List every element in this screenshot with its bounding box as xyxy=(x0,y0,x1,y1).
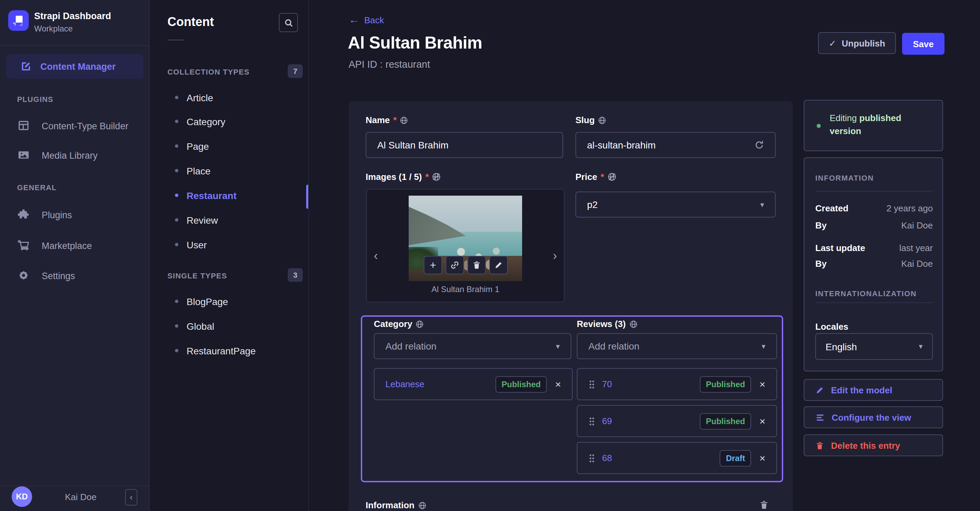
save-button[interactable]: Save xyxy=(902,33,945,55)
gear-icon xyxy=(18,270,29,281)
collapse-sidebar-button[interactable]: ‹ xyxy=(125,489,137,506)
image-caption: Al Sultan Brahim 1 xyxy=(367,284,564,294)
status-badge: Published xyxy=(700,413,751,429)
chevron-down-icon: ▾ xyxy=(919,342,923,351)
nav-section-plugins: PLUGINS xyxy=(17,95,53,103)
subnav-item-global[interactable]: Global xyxy=(150,318,308,337)
sidebar-item-content-type-builder[interactable]: Content-Type Builder xyxy=(0,116,150,136)
check-icon: ✓ xyxy=(829,38,837,48)
subnav-item-restaurantpage[interactable]: RestaurantPage xyxy=(150,342,308,361)
sidebar-item-marketplace[interactable]: Marketplace xyxy=(0,235,150,256)
chevron-left-icon: ‹ xyxy=(130,492,132,502)
puzzle-icon xyxy=(18,209,29,220)
price-select[interactable]: p2 ▾ xyxy=(576,192,776,217)
subnav-item-article[interactable]: Article xyxy=(150,89,308,108)
carousel-prev-button[interactable]: ‹ xyxy=(374,250,378,262)
chevron-down-icon: ▾ xyxy=(760,200,764,209)
api-id-label: API ID : restaurant xyxy=(348,59,430,70)
active-item-indicator xyxy=(306,185,308,209)
collection-types-header: COLLECTION TYPES xyxy=(167,68,250,76)
information-field-label: Information xyxy=(366,500,426,510)
sidebar-item-label: Content Manager xyxy=(40,62,116,72)
app-title: Strapi Dashboard xyxy=(34,11,111,21)
internationalization-header: INTERNATIONALIZATION xyxy=(815,289,916,297)
globe-icon xyxy=(400,116,408,124)
subnav-item-page[interactable]: Page xyxy=(150,137,308,156)
copy-link-button[interactable] xyxy=(445,256,464,274)
bullet-icon xyxy=(175,218,178,222)
status-badge: Draft xyxy=(720,450,751,466)
subnav-item-blogpage[interactable]: BlogPage xyxy=(150,293,308,312)
delete-component-button[interactable] xyxy=(759,500,769,509)
back-link[interactable]: ← Back xyxy=(348,14,384,25)
divider xyxy=(0,45,150,46)
carousel-next-button[interactable]: › xyxy=(553,250,557,262)
workspace-label: Workplace xyxy=(34,24,73,34)
back-arrow-icon: ← xyxy=(348,14,360,25)
bullet-icon xyxy=(175,193,178,197)
divider xyxy=(167,40,184,40)
locale-select[interactable]: English ▾ xyxy=(815,333,933,360)
slug-input[interactable]: al-sultan-brahim xyxy=(576,132,776,158)
information-panel-header: INFORMATION xyxy=(815,174,874,182)
search-button[interactable] xyxy=(279,13,298,32)
review-relation-item: 69 Published × xyxy=(577,405,777,437)
globe-icon xyxy=(418,501,426,509)
category-add-relation-select[interactable]: Add relation ▾ xyxy=(374,333,571,359)
review-relation-item: 68 Draft × xyxy=(577,442,777,474)
remove-relation-button[interactable]: × xyxy=(759,379,765,389)
strapi-logo-icon xyxy=(8,10,29,31)
drag-handle-icon[interactable] xyxy=(589,453,595,463)
sidebar-item-content-manager[interactable]: Content Manager xyxy=(6,54,143,79)
editing-status-text: Editing published version xyxy=(830,112,934,137)
sidebar-item-label: Media Library xyxy=(42,150,98,161)
content-subnav: Content COLLECTION TYPES 7 Article Categ… xyxy=(150,0,309,511)
edit-image-button[interactable] xyxy=(489,256,508,274)
edit-form-card: Name* Al Sultan Brahim Slug al-sultan-br… xyxy=(348,101,793,511)
remove-relation-button[interactable]: × xyxy=(759,416,765,426)
delete-entry-button[interactable]: Delete this entry xyxy=(804,434,943,456)
bullet-icon xyxy=(175,324,178,328)
subnav-item-category[interactable]: Category xyxy=(150,113,308,132)
relation-link[interactable]: Lebanese xyxy=(385,379,425,389)
unpublish-button[interactable]: ✓ Unpublish xyxy=(818,32,896,54)
subnav-item-review[interactable]: Review xyxy=(150,211,308,230)
edit-model-button[interactable]: Edit the model xyxy=(804,379,943,401)
sidebar-item-plugins[interactable]: Plugins xyxy=(0,204,150,225)
status-badge: Published xyxy=(700,376,751,392)
subnav-item-user[interactable]: User xyxy=(150,236,308,255)
sidebar-item-media-library[interactable]: Media Library xyxy=(0,145,150,166)
images-field-label: Images (1 / 5)* xyxy=(366,172,441,182)
relation-link[interactable]: 69 xyxy=(602,416,612,426)
reviews-add-relation-select[interactable]: Add relation ▾ xyxy=(577,333,777,359)
sidebar-item-settings[interactable]: Settings xyxy=(0,265,150,286)
cart-icon xyxy=(18,240,29,251)
delete-image-button[interactable] xyxy=(468,256,486,274)
bullet-icon xyxy=(175,243,178,246)
drag-handle-icon[interactable] xyxy=(589,416,595,426)
add-image-button[interactable]: + xyxy=(424,256,442,274)
remove-relation-button[interactable]: × xyxy=(555,379,561,389)
divider xyxy=(815,191,933,192)
chevron-down-icon: ▾ xyxy=(556,342,560,351)
user-name: Kai Doe xyxy=(65,492,97,502)
configure-view-button[interactable]: Configure the view xyxy=(804,406,943,428)
trash-icon xyxy=(815,441,824,450)
created-by-row: ByKai Doe xyxy=(815,220,933,230)
drag-handle-icon[interactable] xyxy=(589,379,595,389)
updated-by-row: ByKai Doe xyxy=(815,259,933,269)
bullet-icon xyxy=(175,169,178,172)
regenerate-icon[interactable] xyxy=(754,140,764,150)
remove-relation-button[interactable]: × xyxy=(759,453,765,463)
relation-link[interactable]: 70 xyxy=(602,379,612,389)
pencil-icon xyxy=(815,385,824,394)
subnav-item-restaurant[interactable]: Restaurant xyxy=(150,187,308,206)
images-carousel: ‹ › + xyxy=(366,189,565,302)
link-icon xyxy=(450,260,459,270)
published-dot-icon xyxy=(817,124,821,128)
relation-link[interactable]: 68 xyxy=(602,453,612,463)
subnav-item-place[interactable]: Place xyxy=(150,162,308,181)
main-sidebar: Strapi Dashboard Workplace Content Manag… xyxy=(0,0,150,511)
name-input[interactable]: Al Sultan Brahim xyxy=(366,132,563,158)
avatar[interactable]: KD xyxy=(12,486,32,507)
